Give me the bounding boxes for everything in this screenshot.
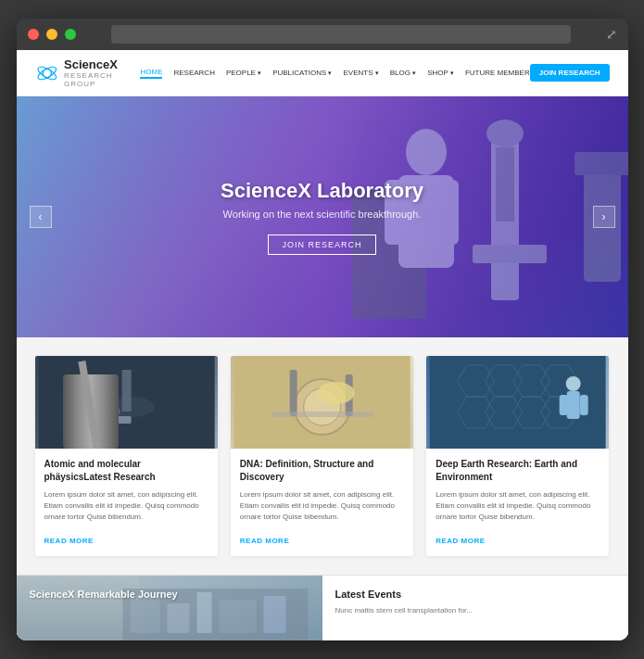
- svg-rect-13: [440, 180, 459, 245]
- svg-rect-40: [560, 395, 568, 415]
- browser-titlebar: ⤢: [17, 19, 628, 50]
- minimize-button[interactable]: [46, 29, 57, 40]
- site-navigation: ScienceX RESEARCH GROUP HOME RESEARCH PE…: [17, 50, 628, 97]
- svg-rect-18: [89, 374, 98, 416]
- svg-rect-27: [271, 412, 373, 417]
- nav-links: HOME RESEARCH PEOPLE ▾ PUBLICATIONS ▾ EV…: [140, 68, 529, 79]
- svg-rect-4: [473, 245, 547, 263]
- card-lab-image: [231, 356, 413, 449]
- hero-join-button[interactable]: JOIN RESEARCH: [268, 234, 375, 255]
- latest-events-title: Latest Events: [335, 589, 615, 600]
- hero-content: ScienceX Laboratory Working on the next …: [221, 179, 423, 255]
- nav-future-member[interactable]: FUTURE MEMBER: [465, 69, 530, 77]
- card-title-atomic: Atomic and molecular phäysicsLatest Rese…: [44, 458, 208, 484]
- read-more-earth[interactable]: READ MORE: [436, 537, 485, 545]
- card-body-dna: DNA: Definition, Structure and Discovery…: [231, 449, 413, 556]
- close-button[interactable]: [28, 29, 39, 40]
- nav-events[interactable]: EVENTS ▾: [343, 69, 378, 77]
- card-earth: Deep Earth Research: Earth and Environme…: [426, 356, 609, 556]
- hero-title: ScienceX Laboratory: [221, 179, 423, 203]
- card-dna: DNA: Definition, Structure and Discovery…: [231, 356, 413, 556]
- bottom-right-panel: Latest Events Nunc mattis stem cell tran…: [322, 576, 628, 640]
- read-more-atomic[interactable]: READ MORE: [44, 537, 94, 545]
- maximize-button[interactable]: [65, 29, 76, 40]
- remarkable-journey-title: ScienceX Remarkable Journey: [30, 589, 309, 600]
- svg-rect-25: [289, 370, 297, 416]
- expand-icon[interactable]: ⤢: [606, 27, 617, 42]
- svg-rect-47: [263, 596, 285, 633]
- logo-area: ScienceX RESEARCH GROUP: [35, 57, 141, 89]
- svg-point-21: [85, 374, 111, 393]
- lab-svg: [231, 356, 413, 449]
- card-text-atomic: Lorem ipsum dolor sit amet, con adipisci…: [44, 489, 208, 523]
- card-atomic: Atomic and molecular phäysicsLatest Rese…: [35, 356, 218, 556]
- nav-research[interactable]: RESEARCH: [173, 69, 214, 77]
- browser-window: ⤢ ScienceX RESEARCH GROUP HOME RESEARCH …: [17, 19, 628, 641]
- latest-events-text: Nunc mattis stem cell transplantation fo…: [335, 605, 615, 616]
- website-content: ScienceX RESEARCH GROUP HOME RESEARCH PE…: [17, 50, 628, 641]
- hero-subtitle: Working on the next scientific breakthro…: [221, 209, 423, 220]
- nav-shop[interactable]: SHOP ▾: [427, 69, 454, 77]
- svg-rect-20: [80, 416, 131, 424]
- card-body-earth: Deep Earth Research: Earth and Environme…: [426, 449, 609, 556]
- read-more-dna[interactable]: READ MORE: [240, 537, 289, 545]
- svg-rect-41: [580, 395, 588, 415]
- bottom-left-panel: ScienceX Remarkable Journey: [17, 576, 322, 640]
- svg-rect-8: [575, 152, 628, 175]
- card-title-dna: DNA: Definition, Structure and Discovery: [240, 458, 404, 484]
- svg-point-10: [406, 129, 447, 175]
- logo-subtitle: RESEARCH GROUP: [64, 71, 140, 88]
- card-satellite-image: [426, 356, 609, 449]
- nav-publications[interactable]: PUBLICATIONS ▾: [272, 69, 332, 77]
- nav-people[interactable]: PEOPLE ▾: [226, 69, 261, 77]
- svg-rect-44: [167, 603, 189, 633]
- hero-section: ScienceX Laboratory Working on the next …: [17, 96, 628, 337]
- nav-home[interactable]: HOME: [140, 68, 162, 79]
- svg-rect-19: [121, 370, 131, 412]
- cards-section: Atomic and molecular phäysicsLatest Rese…: [17, 337, 628, 575]
- svg-point-38: [566, 376, 581, 391]
- svg-point-17: [86, 404, 120, 419]
- card-text-earth: Lorem ipsum dolor sit amet, con adipisci…: [436, 489, 600, 523]
- svg-point-5: [486, 120, 524, 147]
- hero-prev-button[interactable]: ‹: [30, 206, 52, 228]
- hero-next-button[interactable]: ›: [593, 206, 615, 228]
- svg-rect-39: [567, 391, 580, 419]
- card-microscope-image: [35, 356, 218, 449]
- logo-name: ScienceX: [64, 57, 140, 72]
- bottom-section: ScienceX Remarkable Journey Latest Event…: [17, 575, 628, 640]
- svg-rect-43: [130, 596, 159, 633]
- card-text-dna: Lorem ipsum dolor sit amet, con adipisci…: [240, 489, 404, 523]
- logo-text-area: ScienceX RESEARCH GROUP: [64, 57, 140, 89]
- svg-point-28: [317, 382, 354, 404]
- join-research-button[interactable]: JOIN RESEARCH: [530, 64, 610, 82]
- address-bar[interactable]: [111, 25, 571, 44]
- microscope-svg: [35, 356, 218, 449]
- svg-rect-6: [496, 147, 514, 222]
- nav-blog[interactable]: BLOG ▾: [390, 69, 416, 77]
- logo-icon: [35, 60, 59, 86]
- satellite-svg: [426, 356, 609, 449]
- svg-rect-46: [219, 600, 256, 633]
- card-body-atomic: Atomic and molecular phäysicsLatest Rese…: [35, 449, 218, 556]
- card-title-earth: Deep Earth Research: Earth and Environme…: [436, 458, 600, 484]
